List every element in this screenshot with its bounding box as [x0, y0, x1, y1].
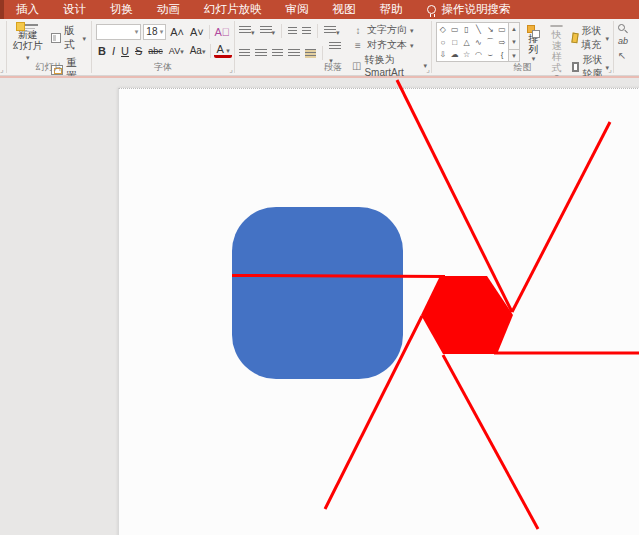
- chevron-down-icon: ▾: [82, 35, 86, 42]
- justify-button[interactable]: [288, 49, 299, 58]
- font-color-button[interactable]: A ▾: [214, 44, 231, 58]
- select-button[interactable]: ↖: [618, 50, 639, 62]
- scroll-down-icon: ▼: [509, 36, 519, 49]
- shapes-gallery[interactable]: ◇▭▯╲↘▭ ○□△∿⌒⇨ ⇩☁☆◠⌣{: [436, 22, 509, 62]
- shape-icon: ∿: [472, 36, 484, 49]
- tab-help[interactable]: 帮助: [368, 0, 415, 19]
- underline-button[interactable]: U: [119, 45, 131, 57]
- text-direction-button[interactable]: ↕ 文字方向 ▾: [350, 23, 429, 37]
- columns-icon: [329, 42, 341, 51]
- layout-icon: [51, 33, 60, 43]
- font-size-value: 18: [146, 26, 157, 37]
- new-slide-button[interactable]: 新建 幻灯片 ▾: [11, 22, 44, 62]
- chevron-down-icon: ▾: [160, 28, 164, 35]
- shape-icon: ◠: [472, 48, 484, 61]
- chevron-down-icon: ▾: [272, 29, 276, 36]
- chevron-down-icon: ▾: [180, 48, 184, 55]
- character-spacing-button[interactable]: AV▾: [167, 46, 186, 56]
- shape-icon: ☆: [461, 48, 473, 61]
- shape-fill-icon: [572, 33, 580, 44]
- shapes-gallery-scroll[interactable]: ▲ ▼ ▼: [509, 22, 520, 62]
- ribbon-home: ⌟ 新建 幻灯片 ▾ 版式 ▾ 重置: [0, 19, 639, 76]
- chevron-down-icon: ▾: [605, 35, 609, 42]
- shape-icon: ◇: [437, 23, 449, 36]
- group-slides: 新建 幻灯片 ▾ 版式 ▾ 重置 节 ▾ 幻灯片: [7, 19, 91, 75]
- rounded-square-shape[interactable]: [232, 207, 403, 379]
- quick-styles-icon: [550, 25, 563, 27]
- shape-icon: △: [461, 36, 473, 49]
- layout-button[interactable]: 版式 ▾: [48, 23, 89, 53]
- tab-insert[interactable]: 插入: [4, 0, 51, 19]
- shape-icon: ▯: [461, 23, 473, 36]
- shape-icon: ↘: [484, 23, 496, 36]
- chevron-down-icon: ▾: [410, 27, 414, 34]
- chevron-down-icon: ▾: [226, 47, 230, 54]
- shape-icon: ╲: [472, 23, 484, 36]
- subscript-button[interactable]: abc: [146, 46, 165, 56]
- shape-icon: ⇩: [437, 48, 449, 61]
- italic-button[interactable]: I: [110, 45, 117, 57]
- shape-icon: ⌒: [484, 36, 496, 49]
- group-label-paragraph: 段落: [235, 61, 431, 74]
- shape-icon: ▭: [496, 23, 508, 36]
- editing-canvas[interactable]: [0, 78, 639, 535]
- new-slide-icon: [18, 24, 38, 26]
- arrange-button[interactable]: 排列 ▾: [524, 22, 543, 62]
- chevron-down-icon: ▾: [251, 29, 255, 36]
- shape-icon: {: [496, 48, 508, 61]
- font-size-combobox[interactable]: 18 ▾: [143, 24, 166, 40]
- clipboard-group-remnant: ⌟: [0, 19, 6, 75]
- shape-icon: ○: [437, 36, 449, 49]
- red-line-top-right[interactable]: [512, 122, 610, 312]
- chevron-down-icon: ▾: [26, 54, 30, 61]
- align-right-button[interactable]: [272, 49, 283, 58]
- tab-review[interactable]: 审阅: [274, 0, 321, 19]
- decrease-indent-button[interactable]: [288, 27, 297, 36]
- font-name-combobox[interactable]: ▾: [96, 24, 141, 40]
- shape-fill-button[interactable]: 形状填充 ▾: [570, 24, 611, 52]
- quick-styles-button[interactable]: 快速样式 ▾: [547, 22, 566, 62]
- strikethrough-button[interactable]: S: [133, 45, 144, 57]
- align-center-button[interactable]: [255, 49, 266, 58]
- bold-button[interactable]: B: [96, 45, 108, 57]
- tab-design[interactable]: 设计: [51, 0, 98, 19]
- tab-animations[interactable]: 动画: [145, 0, 192, 19]
- dialog-launcher-icon[interactable]: ⌟: [608, 65, 612, 74]
- chevron-down-icon: ▾: [336, 29, 340, 36]
- bullets-icon: [239, 26, 251, 35]
- shape-icon: ▭: [449, 23, 461, 36]
- align-left-button[interactable]: [239, 49, 250, 58]
- shape-icon: □: [449, 36, 461, 49]
- change-case-button[interactable]: Aa▾: [188, 45, 208, 56]
- powerpoint-window: 插入 设计 切换 动画 幻灯片放映 审阅 视图 帮助 操作说明搜索 ⌟ 新建 幻…: [0, 0, 639, 535]
- shape-icon: ⌣: [484, 48, 496, 61]
- grow-font-button[interactable]: A˄: [168, 26, 186, 38]
- find-button[interactable]: [618, 21, 639, 33]
- increase-indent-button[interactable]: [302, 27, 311, 36]
- group-drawing: ◇▭▯╲↘▭ ○□△∿⌒⇨ ⇩☁☆◠⌣{ ▲ ▼ ▼ 排列 ▾ 快速样式 ▾: [432, 19, 613, 75]
- red-line-bottom-right[interactable]: [443, 355, 538, 529]
- red-line-horizontal-left[interactable]: [232, 276, 445, 277]
- slide-shapes-layer: [0, 78, 639, 535]
- line-spacing-button[interactable]: ▾: [324, 25, 340, 37]
- dialog-launcher-icon[interactable]: ⌟: [229, 65, 233, 74]
- align-text-button[interactable]: ≡ 对齐文本 ▾: [350, 38, 429, 52]
- dialog-launcher-icon[interactable]: ⌟: [426, 65, 430, 74]
- distribute-button[interactable]: [305, 49, 316, 58]
- replace-button[interactable]: ab: [618, 35, 639, 47]
- group-label-font: 字体: [92, 61, 234, 74]
- group-label-drawing: 绘图: [432, 61, 613, 74]
- dialog-launcher-icon[interactable]: ⌟: [0, 65, 4, 74]
- cursor-select-icon: ↖: [618, 50, 626, 61]
- new-slide-label-2: 幻灯片 ▾: [11, 40, 44, 62]
- bullets-button[interactable]: ▾: [239, 25, 255, 37]
- clear-formatting-button[interactable]: A⃠: [212, 26, 232, 38]
- tab-view[interactable]: 视图: [321, 0, 368, 19]
- shrink-font-button[interactable]: A˅: [188, 26, 206, 38]
- numbering-button[interactable]: ▾: [260, 25, 276, 37]
- tab-transitions[interactable]: 切换: [98, 0, 145, 19]
- chevron-down-icon: ▾: [135, 28, 139, 35]
- tab-slideshow[interactable]: 幻灯片放映: [192, 0, 274, 19]
- tell-me-search[interactable]: 操作说明搜索: [427, 2, 511, 17]
- chevron-down-icon: ▾: [410, 42, 414, 49]
